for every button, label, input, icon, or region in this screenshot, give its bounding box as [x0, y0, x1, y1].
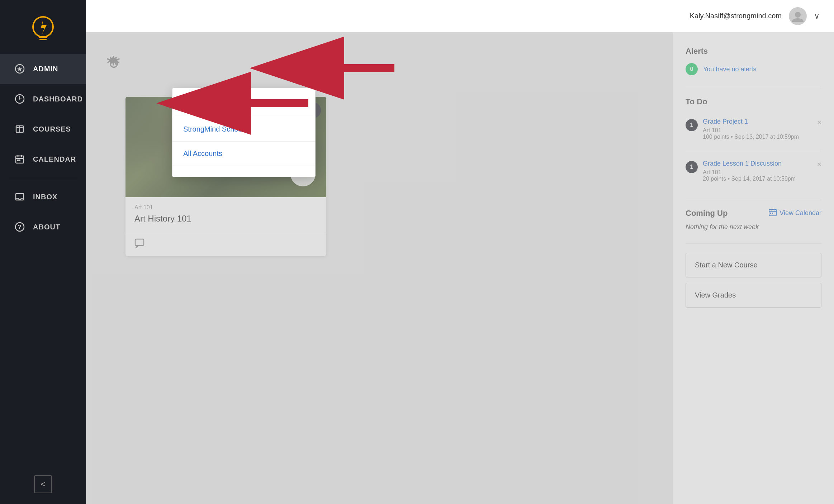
todo-close-2[interactable]: × — [817, 160, 821, 169]
course-subtitle: Art 101 — [134, 204, 317, 211]
sidebar-item-courses[interactable]: COURSES — [0, 114, 86, 144]
section-divider-2 — [686, 199, 821, 199]
alert-badge: 0 — [686, 63, 698, 75]
view-calendar-label: View Calendar — [779, 209, 821, 217]
sidebar-item-calendar-label: CALENDAR — [33, 155, 76, 163]
sidebar-divider — [9, 178, 77, 178]
course-card-body: Art 101 Art History 101 — [125, 197, 326, 233]
nothing-text: Nothing for the next week — [686, 223, 821, 231]
sidebar-item-dashboard[interactable]: DASHBOARD — [0, 84, 86, 114]
todo-section: To Do 1 Grade Project 1 Art 101 100 poin… — [686, 97, 821, 186]
svg-marker-1 — [41, 20, 47, 35]
alerts-title: Alerts — [686, 47, 821, 56]
admin-dropdown: Admin × StrongMind School All Accounts — [172, 88, 316, 177]
svg-rect-16 — [19, 160, 20, 161]
admin-menu-item-strongmind[interactable]: StrongMind School — [172, 117, 315, 142]
view-calendar-link[interactable]: View Calendar — [769, 208, 821, 218]
svg-rect-28 — [772, 213, 773, 214]
todo-link-1[interactable]: Grade Project 1 — [703, 118, 821, 125]
todo-info-2: Grade Lesson 1 Discussion Art 101 20 poi… — [703, 160, 821, 182]
todo-item-1: 1 Grade Project 1 Art 101 100 points • S… — [686, 114, 821, 144]
svg-rect-22 — [135, 239, 144, 246]
collapse-button[interactable]: < — [34, 475, 52, 493]
coming-up-title: Coming Up — [686, 209, 728, 218]
content-area: ⋮ – Art 101 Art History 101 — [86, 32, 834, 504]
svg-rect-17 — [16, 194, 24, 200]
sidebar-item-calendar[interactable]: CALENDAR — [0, 144, 86, 174]
todo-course-2: Art 101 — [703, 169, 821, 176]
svg-rect-2 — [39, 37, 47, 38]
comment-icon[interactable] — [134, 238, 144, 251]
todo-meta-1: 100 points • Sep 13, 2017 at 10:59pm — [703, 134, 821, 140]
alerts-section: Alerts 0 You have no alerts — [686, 47, 821, 75]
svg-rect-15 — [17, 160, 19, 161]
svg-text:?: ? — [18, 224, 22, 230]
sidebar-logo — [0, 0, 86, 54]
calendar-icon — [14, 154, 25, 164]
sidebar-item-admin-label: ADMIN — [33, 65, 58, 73]
sidebar-item-about[interactable]: ? ABOUT — [0, 212, 86, 242]
todo-meta-2: 20 points • Sep 14, 2017 at 10:59pm — [703, 176, 821, 182]
chevron-down-icon[interactable]: ∨ — [814, 11, 820, 21]
todo-title: To Do — [686, 97, 821, 106]
main-content: Kaly.Nasiff@strongmind.com ∨ — [86, 0, 834, 504]
todo-item-2: 1 Grade Lesson 1 Discussion Art 101 20 p… — [686, 156, 821, 186]
todo-info-1: Grade Project 1 Art 101 100 points • Sep… — [703, 118, 821, 140]
view-grades-button[interactable]: View Grades — [686, 283, 821, 308]
sidebar-item-inbox[interactable]: INBOX — [0, 182, 86, 212]
svg-point-8 — [19, 98, 20, 100]
admin-menu-item-all-accounts[interactable]: All Accounts — [172, 142, 315, 166]
todo-link-2[interactable]: Grade Lesson 1 Discussion — [703, 160, 821, 167]
admin-dropdown-title: Admin — [183, 98, 212, 110]
svg-point-20 — [795, 12, 801, 18]
settings-icon[interactable] — [104, 54, 124, 78]
admin-close-button[interactable]: × — [299, 99, 304, 109]
section-divider-3 — [686, 243, 821, 244]
about-icon: ? — [14, 222, 25, 232]
sidebar-item-about-label: ABOUT — [33, 223, 60, 231]
coming-up-section: Coming Up View Cale — [686, 208, 821, 231]
inbox-icon — [14, 192, 25, 202]
svg-rect-3 — [39, 39, 47, 40]
courses-icon — [14, 124, 25, 134]
sidebar-nav: ADMIN DASHBOARD COURSES — [0, 54, 86, 468]
sidebar-item-inbox-label: INBOX — [33, 193, 57, 201]
top-header: Kaly.Nasiff@strongmind.com ∨ — [86, 0, 834, 32]
user-avatar — [789, 7, 807, 25]
start-new-course-button[interactable]: Start a New Course — [686, 253, 821, 277]
todo-close-1[interactable]: × — [817, 118, 821, 127]
admin-dropdown-header: Admin × — [172, 88, 315, 117]
sidebar-item-admin[interactable]: ADMIN — [0, 54, 86, 84]
dashboard-icon — [14, 94, 25, 104]
course-title: Art History 101 — [134, 214, 317, 224]
course-card-footer — [125, 233, 326, 256]
todo-divider — [686, 150, 821, 150]
right-sidebar: Alerts 0 You have no alerts To Do 1 Grad… — [673, 32, 834, 504]
sidebar: ADMIN DASHBOARD COURSES — [0, 0, 86, 504]
alert-message: You have no alerts — [703, 66, 756, 73]
section-divider-1 — [686, 88, 821, 88]
todo-number-1: 1 — [686, 119, 698, 131]
admin-icon — [14, 64, 25, 74]
user-email: Kaly.Nasiff@strongmind.com — [690, 12, 782, 20]
sidebar-collapse: < — [0, 468, 86, 504]
todo-course-1: Art 101 — [703, 127, 821, 134]
todo-number-2: 1 — [686, 161, 698, 173]
sidebar-item-courses-label: COURSES — [33, 125, 71, 133]
svg-rect-27 — [770, 213, 771, 214]
sidebar-item-dashboard-label: DASHBOARD — [33, 95, 83, 103]
alert-row: 0 You have no alerts — [686, 63, 821, 75]
calendar-small-icon — [769, 208, 777, 218]
coming-up-header: Coming Up View Cale — [686, 208, 821, 218]
